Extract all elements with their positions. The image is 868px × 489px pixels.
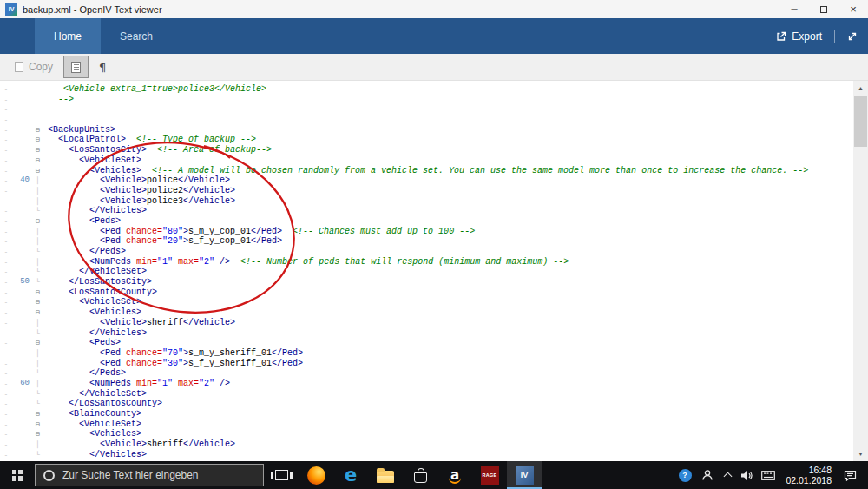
fold-toggle-icon[interactable]: ⊟	[31, 420, 44, 430]
titlebar: IV backup.xml - OpenIV Text viewer ─ ×	[0, 0, 868, 18]
scrollbar-thumb[interactable]	[854, 96, 867, 147]
line-number	[12, 155, 31, 166]
fold-toggle-icon[interactable]: ⊟	[31, 135, 44, 145]
taskbar-firefox-button[interactable]	[299, 461, 333, 489]
minimize-button[interactable]: ─	[779, 0, 809, 18]
keyboard-icon	[761, 471, 775, 480]
fold-toggle-icon[interactable]: ⊟	[31, 166, 44, 176]
line-number	[12, 368, 31, 379]
code-text: <Vehicles>	[44, 429, 141, 439]
fold-toggle-icon[interactable]: ⊟	[31, 125, 44, 135]
code-line: -⊟ <Vehicles>	[0, 429, 853, 439]
taskbar-explorer-button[interactable]	[368, 461, 403, 489]
taskbar-edge-button[interactable]: e	[333, 461, 368, 489]
show-paragraph-marks-button[interactable]: ¶	[91, 56, 114, 78]
vertical-scrollbar[interactable]: ▲ ▼	[853, 81, 868, 461]
maximize-button[interactable]	[809, 0, 838, 18]
fold-toggle-icon[interactable]: ⊟	[31, 297, 44, 307]
tab-home[interactable]: Home	[35, 18, 101, 54]
taskbar-apps: eaRAGEIV	[264, 461, 542, 489]
clock-date: 02.01.2018	[786, 475, 832, 486]
code-line: -└ </Vehicles>	[0, 328, 853, 339]
line-number	[12, 84, 31, 95]
line-number	[12, 216, 31, 227]
scroll-up-icon[interactable]: ▲	[853, 81, 868, 96]
taskbar-store-button[interactable]	[403, 461, 437, 489]
margin-dash: -	[0, 338, 12, 348]
margin-dash: -	[0, 318, 12, 328]
show-hidden-icons-button[interactable]	[719, 471, 736, 479]
code-line: -│ <Ped chance="30">s_f_y_sheriff_01</Pe…	[0, 359, 853, 369]
firefox-icon	[307, 466, 326, 485]
code-text	[44, 115, 48, 125]
code-line: -⊟ <Vehicles>	[0, 307, 853, 318]
fold-toggle-icon[interactable]: ⊟	[31, 307, 44, 318]
line-number	[12, 328, 31, 339]
line-number	[12, 429, 31, 439]
line-number	[12, 186, 31, 196]
fold-guide: └	[31, 206, 44, 216]
taskbar-amazon-button[interactable]: a	[437, 461, 472, 489]
fold-toggle-icon[interactable]: ⊟	[31, 155, 44, 166]
fold-guide: │	[31, 186, 44, 196]
export-button[interactable]: Export	[776, 30, 822, 43]
cortana-icon	[43, 470, 55, 481]
code-text: <VehicleSet>	[44, 155, 141, 166]
code-text: </LosSantosCounty>	[44, 399, 162, 409]
margin-dash: -	[0, 389, 12, 400]
fold-toggle-icon[interactable]: ⊟	[31, 338, 44, 348]
margin-dash: -	[0, 115, 12, 125]
copy-button[interactable]: Copy	[7, 56, 61, 78]
fold-toggle-icon[interactable]: ⊟	[31, 145, 44, 155]
line-number	[12, 267, 31, 277]
people-icon	[701, 469, 713, 481]
code-text: <Vehicle>police</Vehicle>	[44, 175, 230, 186]
scroll-down-icon[interactable]: ▼	[853, 446, 868, 461]
taskbar-openiv-button[interactable]: IV	[507, 461, 542, 489]
code-text: <NumPeds min="1" max="2" /> <!-- Number …	[44, 257, 569, 268]
start-button[interactable]	[0, 461, 35, 489]
line-number	[12, 318, 31, 328]
fold-guide: └	[31, 450, 44, 460]
taskbar-clock[interactable]: 16:48 02.01.2018	[779, 465, 835, 486]
margin-dash: -	[0, 297, 12, 307]
fold-guide	[31, 115, 44, 125]
action-center-icon	[844, 470, 857, 481]
taskbar-search-box[interactable]: Zur Suche Text hier eingeben	[35, 464, 264, 486]
fold-toggle-icon[interactable]: ⊟	[31, 409, 44, 420]
code-text: </Vehicles>	[44, 450, 147, 460]
chevron-up-icon	[723, 472, 732, 481]
search-placeholder-text: Zur Suche Text hier eingeben	[62, 469, 199, 481]
fold-guide: │	[31, 175, 44, 186]
fold-guide: │	[31, 348, 44, 359]
taskbar-rage-button[interactable]: RAGE	[472, 461, 507, 489]
people-tray-button[interactable]	[696, 469, 719, 481]
code-lines[interactable]: - <Vehicle extra_1=true>police3</Vehicle…	[0, 81, 853, 461]
code-line: -│ <Vehicle>police3</Vehicle>	[0, 196, 853, 207]
taskbar-task-view-button[interactable]	[264, 461, 299, 489]
code-line: -└ </Peds>	[0, 247, 853, 257]
line-number	[12, 227, 31, 237]
tab-search[interactable]: Search	[101, 18, 172, 54]
line-number: 60	[12, 379, 31, 389]
line-number	[12, 307, 31, 318]
code-text: <Vehicle>sheriff</Vehicle>	[44, 318, 235, 328]
help-tray-button[interactable]: ?	[674, 469, 696, 482]
code-text: </LosSantosCity>	[44, 277, 152, 287]
keyboard-tray-button[interactable]	[757, 471, 779, 480]
volume-tray-button[interactable]	[736, 470, 757, 481]
margin-dash: -	[0, 328, 12, 339]
line-number	[12, 206, 31, 216]
code-line: -│ <Vehicle>sheriff</Vehicle>	[0, 318, 853, 328]
close-button[interactable]: ×	[838, 0, 868, 18]
fold-guide: │	[31, 318, 44, 328]
word-wrap-button[interactable]	[63, 56, 89, 78]
fold-guide: └	[31, 389, 44, 400]
fold-toggle-icon[interactable]: ⊟	[31, 287, 44, 298]
line-number	[12, 135, 31, 145]
expand-ribbon-button[interactable]	[847, 31, 858, 42]
action-center-button[interactable]	[835, 470, 865, 481]
code-line: -⊟ <Peds>	[0, 216, 853, 227]
fold-toggle-icon[interactable]: ⊟	[31, 216, 44, 227]
fold-toggle-icon[interactable]: ⊟	[31, 429, 44, 439]
